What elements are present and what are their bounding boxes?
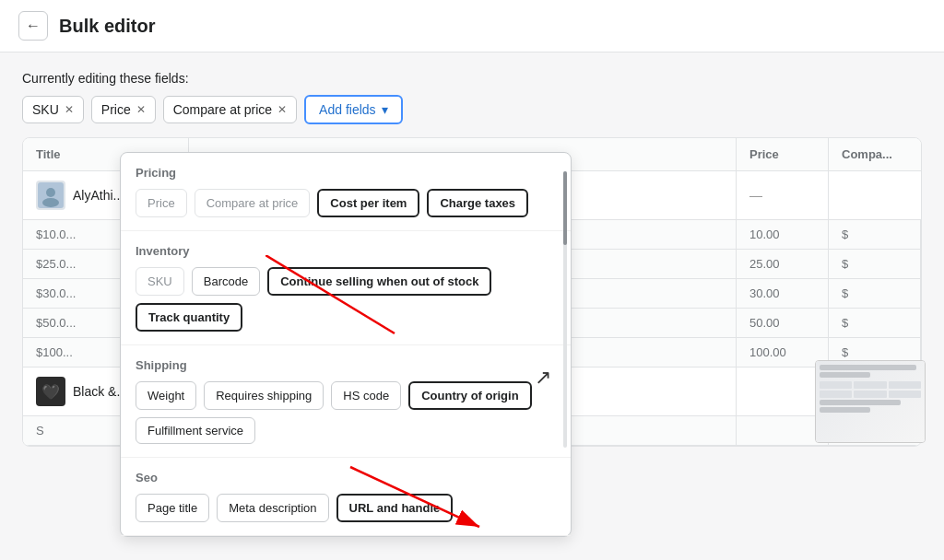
row-compare-val: $	[829, 309, 921, 337]
page-header: ← Bulk editor	[0, 0, 944, 52]
row-title: AlyAthi...	[73, 188, 124, 203]
editing-label: Currently editing these fields:	[22, 71, 922, 86]
main-content: Currently editing these fields: SKU ✕ Pr…	[0, 52, 944, 465]
dp-btn-page-title[interactable]: Page title	[136, 494, 209, 522]
row-price-val: 30.00	[737, 279, 829, 308]
preview-cell	[889, 391, 921, 398]
back-icon: ←	[26, 18, 41, 34]
preview-bar	[820, 400, 901, 405]
row-compare-val: $	[829, 250, 921, 278]
dp-btn-meta-description[interactable]: Meta description	[217, 494, 328, 522]
col-compare: Compa...	[829, 138, 921, 170]
dp-btn-price[interactable]: Price	[136, 189, 187, 217]
dp-section-shipping-label: Shipping	[136, 358, 556, 372]
dp-btn-requires-shipping[interactable]: Requires shipping	[204, 381, 324, 410]
avatar	[36, 181, 65, 210]
add-fields-dropdown: Pricing Price Compare at price Cost per …	[120, 152, 572, 537]
preview-cell	[889, 381, 921, 389]
dp-btn-country-of-origin[interactable]: Country of origin	[408, 381, 531, 410]
row-compare-val: $	[829, 279, 921, 308]
fields-row: SKU ✕ Price ✕ Compare at price ✕ Add fie…	[22, 95, 922, 124]
dp-btn-sku[interactable]: SKU	[136, 267, 184, 296]
dp-section-pricing-label: Pricing	[136, 166, 556, 180]
svg-point-2	[42, 198, 59, 207]
col-price: Price	[737, 138, 829, 170]
preview-cell	[820, 391, 852, 398]
field-tag-price: Price ✕	[91, 96, 156, 123]
add-fields-label: Add fields	[319, 102, 375, 117]
dp-section-seo-label: Seo	[136, 471, 556, 484]
row-price-val: 25.00	[737, 250, 829, 278]
field-tag-compare-label: Compare at price	[173, 102, 272, 117]
preview-thumbnail	[815, 360, 926, 443]
dp-btn-hs-code[interactable]: HS code	[331, 381, 401, 410]
preview-grid	[820, 381, 921, 398]
preview-cell	[854, 381, 886, 389]
remove-compare-button[interactable]: ✕	[277, 104, 287, 115]
svg-point-1	[46, 188, 55, 197]
dp-btn-charge-taxes[interactable]: Charge taxes	[427, 189, 528, 217]
preview-inner	[816, 361, 925, 442]
field-tag-sku: SKU ✕	[22, 96, 84, 123]
scrollbar-thumb	[563, 171, 567, 245]
row-compare-val: $	[829, 220, 921, 249]
dp-section-inventory-label: Inventory	[136, 244, 556, 258]
page-title: Bulk editor	[59, 16, 155, 37]
dp-shipping-buttons: Weight Requires shipping HS code Country…	[136, 381, 556, 444]
dp-btn-url-and-handle[interactable]: URL and handle	[336, 494, 454, 522]
add-fields-button[interactable]: Add fields ▾	[304, 95, 402, 124]
dp-btn-fulfillment-service[interactable]: Fulfillment service	[136, 417, 255, 444]
back-button[interactable]: ←	[18, 11, 48, 41]
row-price-val: 10.00	[737, 220, 829, 249]
preview-cell	[820, 381, 852, 389]
field-tag-sku-label: SKU	[32, 102, 59, 117]
dp-btn-barcode[interactable]: Barcode	[192, 267, 260, 296]
dp-pricing-buttons: Price Compare at price Cost per item Cha…	[136, 189, 556, 217]
field-tag-price-label: Price	[101, 102, 131, 117]
row-compare	[829, 171, 921, 219]
remove-sku-button[interactable]: ✕	[65, 104, 74, 115]
preview-cell	[854, 391, 886, 398]
dp-btn-weight[interactable]: Weight	[136, 381, 196, 410]
dp-section-shipping: Shipping Weight Requires shipping HS cod…	[121, 345, 571, 458]
dp-btn-track-quantity[interactable]: Track quantity	[136, 303, 242, 332]
dp-section-seo: Seo Page title Meta description URL and …	[121, 458, 571, 536]
row-price-val: 50.00	[737, 309, 829, 337]
dp-seo-buttons: Page title Meta description URL and hand…	[136, 494, 556, 522]
preview-bar	[820, 372, 870, 378]
panel-scrollbar[interactable]	[563, 171, 567, 448]
dp-section-pricing: Pricing Price Compare at price Cost per …	[121, 153, 571, 231]
preview-bar	[820, 365, 916, 370]
dp-btn-cost-per-item[interactable]: Cost per item	[317, 189, 419, 217]
dp-inventory-buttons: SKU Barcode Continue selling when out of…	[136, 267, 556, 332]
avatar-dark: 🖤	[36, 377, 65, 406]
dp-btn-continue-selling[interactable]: Continue selling when out of stock	[267, 267, 491, 296]
row-price: —	[737, 171, 829, 219]
remove-price-button[interactable]: ✕	[136, 104, 146, 115]
field-tag-compare: Compare at price ✕	[163, 96, 297, 123]
chevron-down-icon: ▾	[382, 102, 388, 117]
dp-btn-compare-at-price[interactable]: Compare at price	[195, 189, 311, 217]
dp-section-inventory: Inventory SKU Barcode Continue selling w…	[121, 231, 571, 345]
preview-bar	[820, 407, 870, 413]
